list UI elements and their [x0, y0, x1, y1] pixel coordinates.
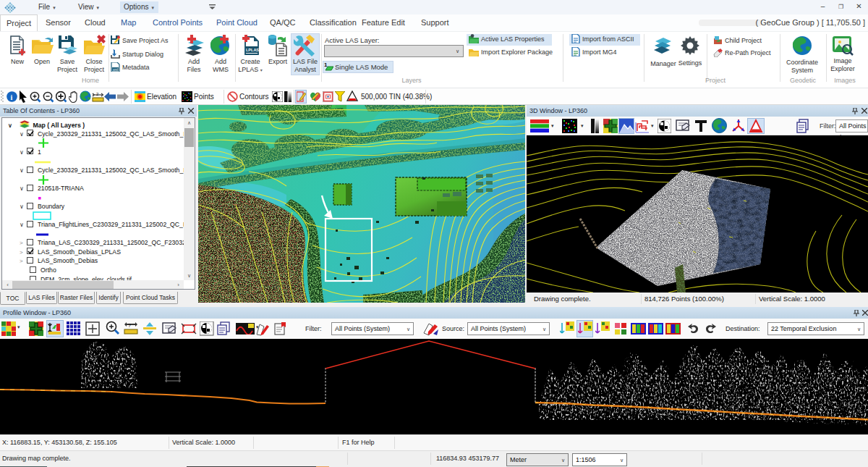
svg-text:?: ?: [128, 323, 131, 328]
svg-text:1: 1: [324, 62, 328, 68]
svg-text:2: 2: [96, 92, 99, 96]
svg-text:i: i: [11, 93, 13, 101]
svg-text:xml: xml: [113, 68, 118, 72]
svg-text:LPLAS: LPLAS: [246, 48, 259, 52]
